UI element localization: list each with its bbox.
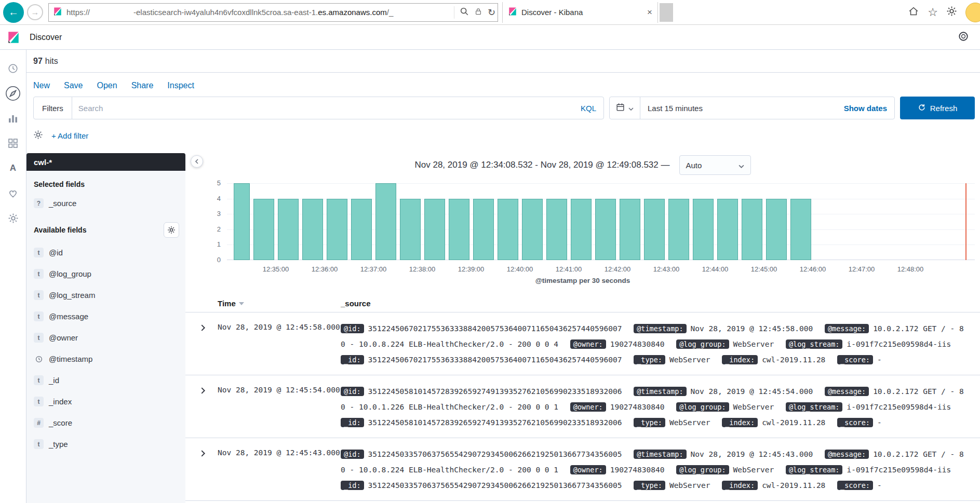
histogram-bar-12:34:30[interactable] [253, 199, 274, 260]
toolbar-link-share[interactable]: Share [131, 81, 154, 90]
time-picker: Last 15 minutes Show dates [609, 97, 895, 119]
time-range-value[interactable]: Last 15 minutes [640, 104, 837, 113]
field-type-badge: t [34, 375, 44, 385]
field-item-id[interactable]: t_id [26, 370, 185, 391]
histogram-bar-12:34:00[interactable] [234, 183, 250, 260]
new-tab-button[interactable] [660, 3, 673, 22]
field-key-badge: @message: [825, 450, 869, 459]
field-value: WebServer [669, 481, 710, 490]
histogram-bar-12:43:00[interactable] [668, 199, 689, 260]
doc-table: Time _source Nov 28, 2019 @ 12:45:58.000… [185, 299, 980, 501]
help-icon[interactable] [958, 31, 969, 44]
field-key-badge: _type: [634, 418, 665, 427]
histogram-bar-12:40:00[interactable] [522, 199, 543, 260]
expand-row-chevron-icon[interactable] [201, 446, 218, 493]
url-path: /_ [387, 8, 394, 17]
filter-settings-gear-icon[interactable] [33, 130, 43, 142]
field-item-id[interactable]: t@id [26, 242, 185, 263]
refresh-page-icon[interactable]: ↻ [488, 8, 495, 17]
field-item-owner[interactable]: t@owner [26, 327, 185, 348]
histogram-bar-12:40:30[interactable] [546, 199, 567, 260]
histogram-bar-12:41:30[interactable] [595, 199, 616, 260]
url-scheme: https:// [66, 8, 90, 17]
add-filter-button[interactable]: + Add filter [51, 131, 88, 140]
filters-button[interactable]: Filters [34, 97, 72, 119]
field-key-badge: @timestamp: [634, 324, 686, 333]
toolbar-link-open[interactable]: Open [97, 81, 117, 90]
show-dates-button[interactable]: Show dates [837, 104, 894, 113]
nav-visualize-chart-icon[interactable] [0, 106, 26, 131]
field-name: @owner [49, 333, 78, 342]
time-column-header[interactable]: Time [218, 299, 341, 308]
expand-row-chevron-icon[interactable] [201, 384, 218, 430]
histogram-bar-12:39:30[interactable] [498, 199, 518, 260]
nav-uptime-heart-icon[interactable] [0, 181, 26, 206]
gridline [227, 183, 975, 184]
favorites-star-icon[interactable]: ☆ [928, 7, 938, 18]
browser-back-button[interactable]: ← [3, 2, 24, 23]
histogram-bar-12:45:00[interactable] [766, 199, 787, 260]
tab-close-icon[interactable]: × [647, 7, 652, 18]
histogram-bar-12:38:00[interactable] [424, 199, 445, 260]
field-item-score[interactable]: #_score [26, 412, 185, 433]
histogram-bar-12:41:00[interactable] [571, 199, 592, 260]
field-type-badge: t [34, 311, 44, 321]
x-tick-label: 12:43:00 [653, 265, 680, 273]
expand-row-chevron-icon[interactable] [201, 321, 218, 368]
nav-dashboard-icon[interactable] [0, 131, 26, 156]
field-type-badge: t [34, 397, 44, 406]
browser-forward-button[interactable]: → [27, 4, 43, 20]
histogram-bar-12:44:00[interactable] [717, 199, 738, 260]
histogram-bar-12:39:00[interactable] [473, 199, 494, 260]
kql-toggle[interactable]: KQL [573, 104, 603, 113]
recently-viewed-clock-icon[interactable] [0, 56, 26, 81]
histogram-bar-12:44:30[interactable] [742, 199, 762, 260]
field-value: 190274830840 [610, 466, 665, 474]
kibana-logo[interactable] [0, 31, 26, 44]
toolbar-link-new[interactable]: New [33, 81, 50, 90]
browser-tab[interactable]: Discover - Kibana × [502, 2, 658, 23]
field-item-source[interactable]: ? _source [26, 193, 185, 214]
x-tick-label: 12:45:00 [751, 265, 777, 273]
toolbar-link-inspect[interactable]: Inspect [167, 81, 194, 90]
nav-management-gear-icon[interactable] [0, 206, 26, 230]
histogram-bar-12:37:30[interactable] [400, 199, 421, 260]
field-value: 3512245058101457283926592749139352762105… [368, 418, 622, 427]
field-item-index[interactable]: t_index [26, 391, 185, 412]
field-key-badge: _index: [722, 418, 758, 427]
home-icon[interactable] [908, 6, 919, 19]
histogram-bar-12:43:30[interactable] [693, 199, 714, 260]
histogram-bar-12:45:30[interactable] [790, 199, 811, 260]
field-type-badge: t [34, 439, 44, 449]
histogram-bar-12:42:00[interactable] [620, 199, 640, 260]
histogram-bar-12:36:30[interactable] [351, 199, 372, 260]
browser-settings-gear-icon[interactable] [946, 6, 957, 19]
collapse-sidebar-button[interactable] [191, 155, 203, 168]
histogram-bar-12:42:30[interactable] [644, 199, 665, 260]
histogram-bar-12:36:00[interactable] [327, 199, 347, 260]
histogram-bar-12:37:00[interactable] [375, 183, 396, 260]
index-pattern-selector[interactable]: cwl-* [26, 153, 185, 171]
field-item-type[interactable]: t_type [26, 433, 185, 455]
field-item-logstream[interactable]: t@log_stream [26, 284, 185, 306]
search-input[interactable] [72, 104, 573, 113]
calendar-dropdown-button[interactable] [610, 97, 640, 119]
field-settings-button[interactable] [164, 222, 179, 238]
interval-select[interactable]: Auto [679, 155, 751, 175]
search-icon[interactable] [460, 7, 469, 18]
refresh-button[interactable]: Refresh [900, 97, 975, 119]
tab-title: Discover - Kibana [521, 8, 643, 17]
histogram-bar-12:35:00[interactable] [278, 199, 299, 260]
smiley-feedback-icon[interactable] [965, 3, 980, 22]
field-item-timestamp[interactable]: @timestamp [26, 348, 185, 370]
field-key-badge: @log_stream: [786, 402, 843, 412]
address-bar[interactable]: https://-elasticsearch-iw4yaluh4n6vfcoxd… [48, 3, 498, 22]
field-item-message[interactable]: t@message [26, 306, 185, 327]
histogram-bar-12:35:30[interactable] [302, 199, 323, 260]
toolbar-link-save[interactable]: Save [64, 81, 83, 90]
field-value: - [877, 356, 882, 364]
field-item-loggroup[interactable]: t@log_group [26, 263, 185, 284]
nav-apm-letter-icon[interactable]: A [0, 156, 26, 181]
nav-discover-compass-icon[interactable] [0, 81, 26, 106]
histogram-bar-12:38:30[interactable] [449, 199, 469, 260]
